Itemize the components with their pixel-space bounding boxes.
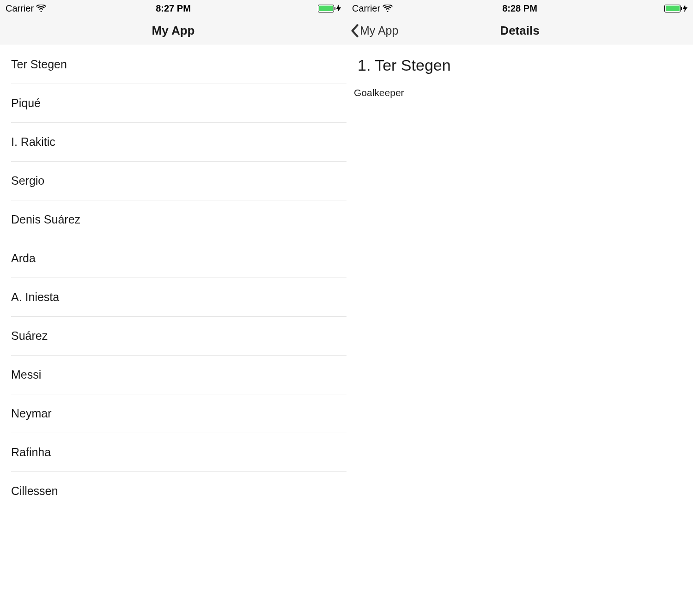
screen-detail: Carrier 8:28 PM My App Details 1. Ter St… xyxy=(346,0,693,616)
carrier-label: Carrier xyxy=(6,3,34,14)
list-item[interactable]: Denis Suárez xyxy=(11,200,346,239)
wifi-icon xyxy=(383,5,393,12)
detail-content: 1. Ter Stegen Goalkeeper xyxy=(346,45,693,616)
back-button[interactable]: My App xyxy=(350,24,398,37)
list-item[interactable]: Rafinha xyxy=(11,433,346,472)
list-item[interactable]: Neymar xyxy=(11,394,346,433)
carrier-label: Carrier xyxy=(352,3,380,14)
player-list[interactable]: Ter Stegen Piqué I. Rakitic Sergio Denis… xyxy=(0,45,346,616)
list-item[interactable]: Ter Stegen xyxy=(11,45,346,84)
list-item-label: Piqué xyxy=(11,84,346,122)
list-item-label: Ter Stegen xyxy=(11,45,346,84)
status-battery-area xyxy=(318,5,341,12)
list-item-label: Sergio xyxy=(11,162,346,200)
status-time: 8:28 PM xyxy=(502,3,537,14)
list-item-label: I. Rakitic xyxy=(11,123,346,161)
battery-icon xyxy=(664,5,682,12)
list-item[interactable]: A. Iniesta xyxy=(11,278,346,317)
list-item[interactable]: I. Rakitic xyxy=(11,123,346,162)
list-item[interactable]: Suárez xyxy=(11,317,346,356)
screen-list: Carrier 8:27 PM My App Ter Stegen Piqué … xyxy=(0,0,346,616)
list-item-label: A. Iniesta xyxy=(11,278,346,316)
status-battery-area xyxy=(664,5,687,12)
nav-bar: My App xyxy=(0,17,346,45)
charging-bolt-icon xyxy=(683,5,687,12)
status-time: 8:27 PM xyxy=(156,3,191,14)
nav-bar: My App Details xyxy=(346,17,693,45)
list-item[interactable]: Cillessen xyxy=(11,472,346,510)
status-carrier-area: Carrier xyxy=(6,3,46,14)
list-item-label: Neymar xyxy=(11,394,346,433)
detail-subtitle: Goalkeeper xyxy=(354,87,682,98)
list-item[interactable]: Piqué xyxy=(11,84,346,123)
list-item-label: Cillessen xyxy=(11,472,346,510)
wifi-icon xyxy=(36,5,46,12)
charging-bolt-icon xyxy=(336,5,341,12)
list-item-label: Denis Suárez xyxy=(11,200,346,239)
list-item[interactable]: Sergio xyxy=(11,162,346,200)
list-item-label: Suárez xyxy=(11,317,346,355)
list-item[interactable]: Messi xyxy=(11,356,346,394)
list-item-label: Arda xyxy=(11,239,346,278)
nav-title: My App xyxy=(152,24,195,38)
status-bar: Carrier 8:27 PM xyxy=(0,0,346,17)
nav-title: Details xyxy=(500,24,539,38)
back-label: My App xyxy=(360,24,398,37)
list-item[interactable]: Arda xyxy=(11,239,346,278)
chevron-back-icon xyxy=(350,24,359,37)
list-item-label: Rafinha xyxy=(11,433,346,471)
battery-icon xyxy=(318,5,335,12)
detail-title: 1. Ter Stegen xyxy=(358,56,682,74)
status-bar: Carrier 8:28 PM xyxy=(346,0,693,17)
status-carrier-area: Carrier xyxy=(352,3,393,14)
list-item-label: Messi xyxy=(11,356,346,394)
